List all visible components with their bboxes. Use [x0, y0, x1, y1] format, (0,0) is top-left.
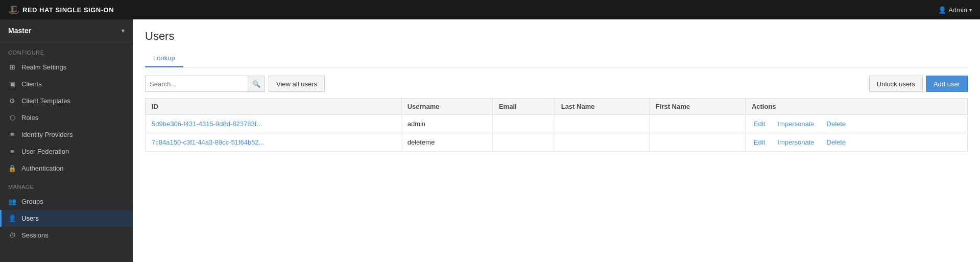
sidebar: Master ▾ Configure ⊞ Realm Settings ▣ Cl…	[0, 19, 133, 262]
sidebar-item-realm-settings[interactable]: ⊞ Realm Settings	[0, 59, 133, 76]
sidebar-item-label: Identity Providers	[21, 131, 73, 138]
sidebar-item-label: Roles	[21, 114, 38, 122]
client-templates-icon: ⚙	[8, 97, 16, 105]
sidebar-item-label: Sessions	[21, 231, 49, 239]
cell-id: 7c84a150-c3f1-44a3-89cc-51f64b52...	[146, 133, 401, 152]
roles-icon: ⬡	[8, 114, 16, 122]
sessions-icon: ⏱	[8, 231, 16, 239]
sidebar-item-label: Realm Settings	[21, 63, 66, 71]
table-row: 7c84a150-c3f1-44a3-89cc-51f64b52... dele…	[146, 133, 968, 152]
realm-chevron-icon: ▾	[122, 28, 125, 34]
sidebar-item-authentication[interactable]: 🔒 Authentication	[0, 160, 133, 177]
sidebar-item-roles[interactable]: ⬡ Roles	[0, 109, 133, 126]
user-id-link[interactable]: 5d9be306-f431-4315-9d8d-823783f...	[152, 120, 262, 128]
sidebar-item-label: Clients	[21, 80, 42, 88]
app-title: RED HAT SINGLE SIGN-ON	[22, 6, 114, 14]
cell-username: admin	[401, 115, 492, 133]
sidebar-item-groups[interactable]: 👥 Groups	[0, 193, 133, 210]
user-icon: 👤	[938, 6, 946, 14]
cell-actions: Edit Impersonate Delete	[745, 115, 967, 133]
groups-icon: 👥	[8, 198, 16, 205]
table-row: 5d9be306-f431-4315-9d8d-823783f... admin…	[146, 115, 968, 133]
chevron-down-icon: ▾	[969, 7, 972, 13]
app-logo: 🎩 RED HAT SINGLE SIGN-ON	[8, 4, 114, 15]
delete-button[interactable]: Delete	[825, 119, 848, 129]
col-username: Username	[401, 99, 492, 115]
manage-section-label: Manage	[0, 177, 133, 193]
sidebar-item-label: Authentication	[21, 164, 63, 172]
cell-actions: Edit Impersonate Delete	[745, 133, 967, 152]
users-icon: 👤	[8, 215, 16, 222]
sidebar-item-users[interactable]: 👤 Users	[0, 210, 133, 227]
page-title: Users	[145, 30, 968, 43]
table-body: 5d9be306-f431-4315-9d8d-823783f... admin…	[146, 115, 968, 152]
sidebar-item-sessions[interactable]: ⏱ Sessions	[0, 227, 133, 244]
sidebar-item-label: Users	[21, 215, 39, 222]
topnav: 🎩 RED HAT SINGLE SIGN-ON 👤 Admin ▾	[0, 0, 980, 19]
impersonate-button[interactable]: Impersonate	[775, 137, 816, 147]
cell-firstname	[649, 115, 745, 133]
sidebar-item-label: Groups	[21, 198, 43, 205]
search-input[interactable]	[146, 76, 248, 91]
add-user-button[interactable]: Add user	[926, 76, 968, 92]
user-menu[interactable]: 👤 Admin ▾	[938, 6, 972, 14]
sidebar-item-label: User Federation	[21, 148, 69, 155]
edit-button[interactable]: Edit	[752, 119, 767, 129]
toolbar: 🔍 View all users Unlock users Add user	[145, 76, 968, 92]
col-email: Email	[492, 99, 555, 115]
unlock-users-button[interactable]: Unlock users	[869, 76, 923, 92]
cell-username: deleteme	[401, 133, 492, 152]
toolbar-left: 🔍 View all users	[145, 76, 325, 92]
cell-firstname	[649, 133, 745, 152]
delete-button[interactable]: Delete	[825, 137, 848, 147]
identity-providers-icon: ≡	[8, 131, 16, 138]
col-id: ID	[146, 99, 401, 115]
main-content: Users Lookup 🔍 View all users Unlock use…	[133, 19, 980, 262]
cell-email	[492, 115, 555, 133]
col-firstname: First Name	[649, 99, 745, 115]
tab-lookup[interactable]: Lookup	[145, 50, 183, 67]
sidebar-item-client-templates[interactable]: ⚙ Client Templates	[0, 92, 133, 109]
sidebar-item-identity-providers[interactable]: ≡ Identity Providers	[0, 126, 133, 143]
edit-button[interactable]: Edit	[752, 137, 767, 147]
cell-lastname	[555, 115, 649, 133]
table-header: ID Username Email Last Name First Name A…	[146, 99, 968, 115]
configure-section-label: Configure	[0, 42, 133, 59]
col-lastname: Last Name	[555, 99, 649, 115]
search-button[interactable]: 🔍	[248, 76, 264, 91]
user-label: Admin	[948, 6, 967, 14]
cell-email	[492, 133, 555, 152]
cell-id: 5d9be306-f431-4315-9d8d-823783f...	[146, 115, 401, 133]
sidebar-item-clients[interactable]: ▣ Clients	[0, 76, 133, 92]
view-all-users-button[interactable]: View all users	[269, 76, 325, 92]
cell-lastname	[555, 133, 649, 152]
col-actions: Actions	[745, 99, 967, 115]
impersonate-button[interactable]: Impersonate	[775, 119, 816, 129]
users-table: ID Username Email Last Name First Name A…	[145, 98, 968, 152]
sidebar-item-label: Client Templates	[21, 97, 70, 105]
authentication-icon: 🔒	[8, 164, 16, 172]
user-id-link[interactable]: 7c84a150-c3f1-44a3-89cc-51f64b52...	[152, 138, 264, 146]
redhat-icon: 🎩	[8, 4, 19, 15]
realm-name: Master	[8, 27, 31, 35]
realm-selector[interactable]: Master ▾	[0, 19, 133, 42]
tabs-bar: Lookup	[145, 50, 968, 67]
toolbar-right: Unlock users Add user	[869, 76, 968, 92]
user-federation-icon: ≡	[8, 148, 16, 155]
sidebar-item-user-federation[interactable]: ≡ User Federation	[0, 143, 133, 160]
realm-settings-icon: ⊞	[8, 63, 16, 71]
clients-icon: ▣	[8, 80, 16, 88]
search-wrapper: 🔍	[145, 76, 265, 92]
